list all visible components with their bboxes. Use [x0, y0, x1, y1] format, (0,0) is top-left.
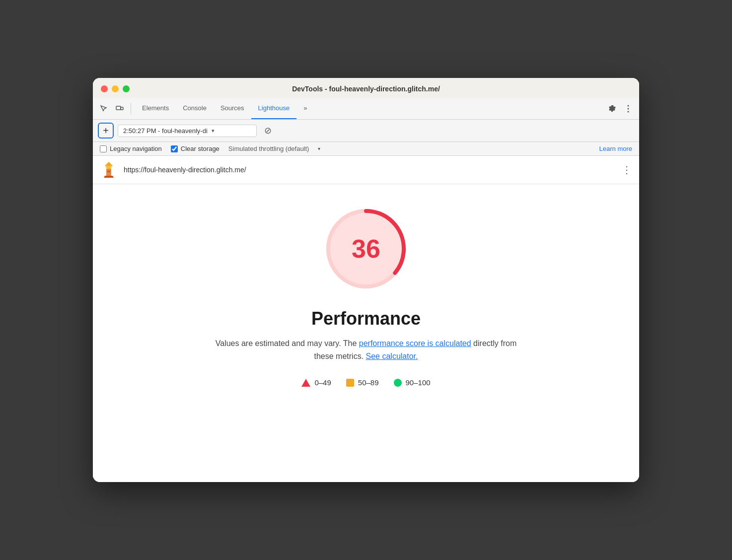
- browser-window: DevTools - foul-heavenly-direction.glitc…: [93, 78, 639, 482]
- score-legend: 0–49 50–89 90–100: [301, 378, 430, 387]
- good-range: 90–100: [406, 378, 431, 387]
- performance-title: Performance: [311, 308, 421, 329]
- svg-point-2: [628, 105, 629, 106]
- device-toggle-icon[interactable]: [113, 102, 127, 116]
- new-report-button[interactable]: +: [98, 123, 114, 139]
- tab-sources[interactable]: Sources: [214, 98, 251, 119]
- legacy-nav-checkbox[interactable]: [100, 145, 107, 152]
- tab-more[interactable]: »: [296, 98, 314, 119]
- settings-icon[interactable]: [605, 102, 619, 116]
- average-range: 50–89: [358, 378, 379, 387]
- main-toolbar: Elements Console Sources Lighthouse »: [93, 98, 639, 120]
- throttling-dropdown-icon[interactable]: ▾: [318, 146, 320, 151]
- svg-rect-8: [107, 171, 110, 172]
- tab-console[interactable]: Console: [176, 98, 214, 119]
- svg-marker-7: [105, 166, 113, 169]
- toolbar-divider: [131, 103, 131, 115]
- selector-arrow-icon: ▾: [212, 128, 215, 134]
- report-selector[interactable]: 2:50:27 PM - foul-heavenly-di ▾: [118, 125, 257, 137]
- legend-item-good: 90–100: [394, 378, 431, 387]
- poor-icon: [301, 379, 310, 387]
- svg-rect-0: [116, 106, 121, 110]
- svg-rect-1: [121, 107, 123, 110]
- tab-bar: Elements Console Sources Lighthouse »: [135, 98, 603, 119]
- options-bar: Legacy navigation Clear storage Simulate…: [93, 142, 639, 156]
- tab-elements[interactable]: Elements: [135, 98, 176, 119]
- report-content: 36 Performance Values are estimated and …: [93, 184, 639, 482]
- legend-item-poor: 0–49: [301, 378, 331, 387]
- svg-point-4: [628, 111, 629, 112]
- performance-description: Values are estimated and may vary. The p…: [212, 337, 520, 362]
- svg-marker-9: [104, 176, 114, 178]
- calculator-link[interactable]: See calculator.: [366, 352, 418, 360]
- score-container: 36: [321, 204, 411, 293]
- window-title: DevTools - foul-heavenly-direction.glitc…: [292, 85, 440, 93]
- good-icon: [394, 379, 402, 387]
- svg-point-3: [628, 108, 629, 109]
- throttling-label: Simulated throttling (default): [228, 145, 309, 152]
- perf-score-link[interactable]: performance score is calculated: [359, 339, 471, 348]
- tab-lighthouse[interactable]: Lighthouse: [251, 98, 297, 119]
- traffic-lights: [101, 85, 130, 92]
- title-bar: DevTools - foul-heavenly-direction.glitc…: [93, 78, 639, 98]
- report-url: https://foul-heavenly-direction.glitch.m…: [124, 166, 616, 174]
- devtools-body: Elements Console Sources Lighthouse »: [93, 98, 639, 482]
- delete-report-button[interactable]: ⊘: [261, 124, 275, 138]
- clear-storage-checkbox[interactable]: [171, 145, 178, 152]
- lighthouse-toolbar: + 2:50:27 PM - foul-heavenly-di ▾ ⊘: [93, 120, 639, 142]
- average-icon: [346, 379, 354, 387]
- legend-item-average: 50–89: [346, 378, 379, 387]
- maximize-button[interactable]: [123, 85, 130, 92]
- legacy-nav-checkbox-label[interactable]: Legacy navigation: [100, 145, 162, 152]
- performance-score: 36: [352, 234, 380, 264]
- lighthouse-logo-icon: [100, 161, 118, 179]
- clear-storage-checkbox-label[interactable]: Clear storage: [171, 145, 220, 152]
- close-button[interactable]: [101, 85, 108, 92]
- report-more-button[interactable]: ⋮: [622, 164, 632, 176]
- inspect-icon[interactable]: [97, 102, 111, 116]
- poor-range: 0–49: [314, 378, 331, 387]
- report-header: https://foul-heavenly-direction.glitch.m…: [93, 156, 639, 184]
- minimize-button[interactable]: [112, 85, 119, 92]
- learn-more-link[interactable]: Learn more: [599, 145, 632, 152]
- more-options-icon[interactable]: [621, 102, 635, 116]
- toolbar-right: [605, 102, 635, 116]
